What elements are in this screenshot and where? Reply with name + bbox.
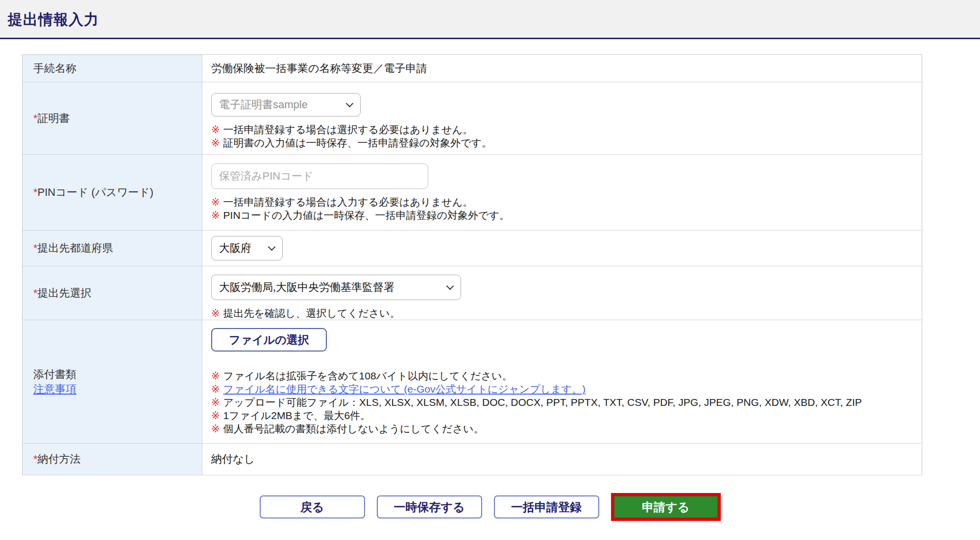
submission-form-table: 手続名称 労働保険被一括事業の名称等変更／電子申請 *証明書 電子証明書samp… (22, 54, 922, 475)
row-destination-office: *提出先選択 大阪労働局,大阪中央労働基準監督署 ※提出先を確認し、選択してくだ… (23, 266, 922, 320)
prefecture-select[interactable]: 大阪府 (211, 236, 283, 260)
submit-button[interactable]: 申請する (614, 496, 718, 518)
destination-office-select-value: 大阪労働局,大阪中央労働基準監督署 (219, 280, 394, 295)
payment-method-label: *納付方法 (33, 452, 202, 467)
required-mark: * (33, 287, 38, 299)
attachments-note: ※アップロード可能ファイル：XLS, XLSX, XLSM, XLSB, DOC… (211, 396, 922, 409)
required-mark: * (33, 242, 38, 254)
back-button[interactable]: 戻る (260, 495, 365, 518)
footer-button-bar: 戻る 一時保存する 一括申請登録 申請する (0, 493, 980, 521)
required-mark: * (33, 186, 38, 198)
prefecture-select-value: 大阪府 (219, 241, 251, 256)
chevron-down-icon (346, 99, 354, 107)
chevron-down-icon (446, 282, 454, 290)
attachments-note: ※1ファイル2MBまで、最大6件。 (211, 409, 922, 422)
certificate-select-value: 電子証明書sample (219, 97, 308, 112)
payment-method-value: 納付なし (211, 452, 922, 467)
certificate-note: ※証明書の入力値は一時保存、一括申請登録の対象外です。 (211, 136, 922, 149)
page-header: 提出情報入力 (0, 0, 980, 39)
certificate-label: *証明書 (33, 111, 202, 126)
page-title: 提出情報入力 (0, 0, 980, 30)
destination-prefecture-label: *提出先都道府県 (33, 241, 202, 256)
required-mark: * (33, 112, 38, 124)
required-mark: * (33, 453, 38, 465)
attachments-caution-link[interactable]: 注意事項 (33, 382, 202, 397)
destination-office-note: ※提出先を確認し、選択してください。 (211, 306, 922, 320)
pin-code-label: *PINコード (パスワード) (33, 185, 202, 200)
destination-office-select[interactable]: 大阪労働局,大阪中央労働基準監督署 (211, 275, 461, 300)
procedure-name-label: 手続名称 (33, 61, 202, 76)
row-certificate: *証明書 電子証明書sample ※一括申請登録する場合は選択する必要はありませ… (23, 82, 922, 155)
pin-code-note: ※PINコードの入力値は一時保存、一括申請登録の対象外です。 (211, 209, 922, 222)
pin-code-note: ※一括申請登録する場合は入力する必要はありません。 (211, 195, 922, 209)
attachments-label: 添付書類 (33, 367, 202, 382)
temporary-save-button[interactable]: 一時保存する (377, 495, 482, 518)
pin-code-input[interactable] (211, 164, 428, 189)
destination-office-label: *提出先選択 (33, 286, 202, 301)
attachments-note: ※個人番号記載の書類は添付しないようにしてください。 (211, 422, 922, 435)
row-attachments: 添付書類 注意事項 ファイルの選択 ※ファイル名は拡張子を含めて108バイト以内… (23, 320, 922, 444)
certificate-select[interactable]: 電子証明書sample (211, 93, 361, 117)
attachments-note: ※ファイル名は拡張子を含めて108バイト以内にしてください。 (211, 369, 922, 382)
batch-application-button[interactable]: 一括申請登録 (494, 495, 599, 518)
row-pin-code: *PINコード (パスワード) ※一括申請登録する場合は入力する必要はありません… (23, 155, 922, 231)
chevron-down-icon (268, 243, 276, 251)
submit-button-highlight: 申請する (611, 493, 721, 521)
attachments-note: ※ファイル名に使用できる文字について (e-Gov公式サイトにジャンプします。) (211, 382, 922, 396)
procedure-name-value: 労働保険被一括事業の名称等変更／電子申請 (211, 61, 922, 76)
file-select-button[interactable]: ファイルの選択 (211, 328, 327, 352)
row-destination-prefecture: *提出先都道府県 大阪府 (23, 231, 922, 266)
certificate-note: ※一括申請登録する場合は選択する必要はありません。 (211, 123, 922, 136)
row-payment-method: *納付方法 納付なし (23, 444, 922, 475)
row-procedure-name: 手続名称 労働保険被一括事業の名称等変更／電子申請 (23, 55, 922, 82)
filename-characters-link[interactable]: ファイル名に使用できる文字について (e-Gov公式サイトにジャンプします。) (223, 383, 586, 395)
